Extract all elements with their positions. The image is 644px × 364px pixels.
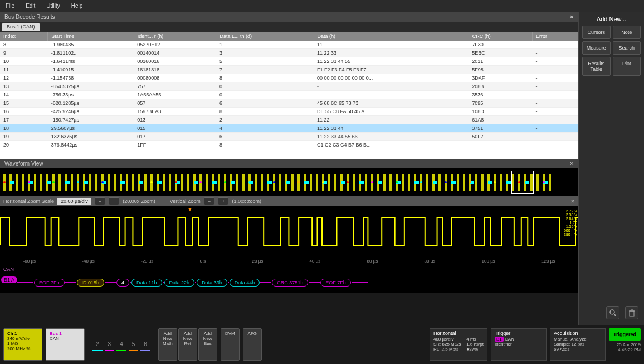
dvm-button[interactable]: DVM bbox=[221, 328, 240, 361]
cell: -1.980485... bbox=[48, 41, 134, 49]
decode-table[interactable]: IndexStart TimeIdent... r (h)Data L... t… bbox=[0, 32, 578, 159]
cell: 18 bbox=[0, 124, 48, 133]
decode-tab[interactable]: Bus 1 (CAN) bbox=[2, 23, 40, 31]
table-row[interactable]: 9-1.811102...00140014311 22 335EBC- bbox=[0, 49, 578, 57]
bus-box[interactable]: Bus 1 CAN bbox=[46, 328, 85, 361]
channel-6[interactable]: 6 bbox=[140, 339, 150, 351]
horizontal-info[interactable]: Horizontal 400 µs/div SR: 625 MS/s RL: 2… bbox=[430, 328, 487, 361]
svg-rect-61 bbox=[212, 181, 217, 184]
acquisition-info[interactable]: Acquisition Manual, Analyze Sample: 12 b… bbox=[550, 328, 606, 361]
trig-l1: CAN bbox=[505, 337, 514, 342]
col-header[interactable]: Ident... r (h) bbox=[134, 32, 216, 41]
cell: 7095 bbox=[469, 99, 532, 108]
menu-help[interactable]: Help bbox=[71, 3, 83, 9]
svg-rect-72 bbox=[255, 174, 257, 191]
btn-plot[interactable]: Plot bbox=[613, 57, 641, 76]
cell: 376.8442µs bbox=[48, 141, 134, 149]
channel-5[interactable]: 5 bbox=[129, 339, 139, 351]
cell: - bbox=[533, 141, 578, 149]
svg-rect-86 bbox=[310, 174, 312, 191]
svg-point-77 bbox=[273, 181, 275, 183]
close-icon[interactable]: ✕ bbox=[569, 14, 574, 20]
decode-lane-badge[interactable]: B1 A bbox=[1, 276, 17, 283]
svg-point-7 bbox=[3, 181, 6, 183]
svg-rect-123 bbox=[451, 181, 456, 184]
ch1-box[interactable]: Ch 1 340 mV/div 1 MΩ 200 MHz % bbox=[3, 328, 42, 361]
btn-results-table[interactable]: Results Table bbox=[582, 57, 611, 76]
hzoom-plus[interactable]: + bbox=[109, 197, 119, 205]
btn-search[interactable]: Search bbox=[613, 41, 641, 55]
menu-edit[interactable]: Edit bbox=[26, 3, 35, 9]
table-row[interactable]: 1829.5607µs015411 22 33 443751- bbox=[0, 124, 578, 133]
table-row[interactable]: 17-150.7427µs013211 2261A8- bbox=[0, 116, 578, 124]
cell: - bbox=[533, 99, 578, 108]
trigger-info[interactable]: Trigger B1 CAN Identifier bbox=[491, 328, 547, 361]
add-button[interactable]: AddNewRef bbox=[178, 328, 197, 361]
svg-rect-105 bbox=[383, 174, 386, 191]
svg-point-134 bbox=[494, 181, 496, 183]
svg-point-115 bbox=[420, 181, 422, 183]
col-header[interactable]: Error bbox=[533, 32, 578, 41]
btn-measure[interactable]: Measure bbox=[582, 41, 611, 55]
trash-icon[interactable] bbox=[625, 306, 638, 319]
menu-utility[interactable]: Utility bbox=[46, 3, 60, 9]
horiz-l3: RL: 2.5 Mpts bbox=[433, 347, 461, 352]
svg-point-83 bbox=[297, 181, 300, 183]
zoom-close-icon[interactable]: ✕ bbox=[570, 198, 575, 204]
cell: -620.1285µs bbox=[48, 99, 134, 108]
zoom-icon[interactable] bbox=[606, 306, 619, 319]
cell: - bbox=[533, 108, 578, 116]
cell: 11 22 33 44 bbox=[314, 124, 469, 133]
table-row[interactable]: 14-756.33µs1A55AA550-3536- bbox=[0, 91, 578, 99]
status-time: 4:45:22 PM bbox=[609, 347, 641, 352]
table-row[interactable]: 15-620.1285µs057645 68 6C 65 73 737095- bbox=[0, 99, 578, 108]
btn-cursors[interactable]: Cursors bbox=[582, 26, 611, 39]
waveform-overview[interactable] bbox=[0, 168, 578, 196]
table-row[interactable]: 16-425.9246µs1597BEA38DE 55 C8 FA 50 45 … bbox=[0, 108, 578, 116]
col-header[interactable]: Data L... th (d) bbox=[216, 32, 314, 41]
cell: -1.811102... bbox=[48, 49, 134, 57]
cell: - bbox=[469, 141, 532, 149]
vzoom-plus[interactable]: + bbox=[218, 197, 228, 205]
afg-button[interactable]: AFG bbox=[243, 328, 262, 361]
table-row[interactable]: 19132.6375µs017611 22 33 44 55 6650F7- bbox=[0, 133, 578, 141]
table-row[interactable]: 13-854.5325µs7570-208B- bbox=[0, 82, 578, 91]
col-header[interactable]: Index bbox=[0, 32, 48, 41]
add-button[interactable]: AddNewBus bbox=[198, 328, 217, 361]
ch1-label: Ch 1 bbox=[7, 331, 38, 336]
table-row[interactable]: 10-1.6411ms00160016511 22 33 44 552011- bbox=[0, 57, 578, 66]
col-header[interactable]: Data (h) bbox=[314, 32, 469, 41]
triggered-button[interactable]: Triggered bbox=[609, 328, 641, 341]
bus-label: Bus 1 bbox=[50, 331, 81, 336]
cell: DE 55 C8 FA 50 45 A... bbox=[314, 108, 469, 116]
cell: 8 bbox=[216, 141, 314, 149]
menu-file[interactable]: File bbox=[6, 3, 14, 9]
cell: 61A8 bbox=[469, 116, 532, 124]
svg-rect-11 bbox=[22, 174, 24, 191]
hzoom-minus[interactable]: − bbox=[95, 197, 105, 205]
table-row[interactable]: 12-1.15473800080008800 00 00 00 00 00 00… bbox=[0, 74, 578, 82]
cell: 16 bbox=[0, 108, 48, 116]
hzoom-value[interactable]: 20.00 µs/div bbox=[57, 198, 91, 205]
btn-note[interactable]: Note bbox=[613, 26, 641, 39]
cell: - bbox=[533, 133, 578, 141]
vzoom-minus[interactable]: − bbox=[204, 197, 214, 205]
cell: 108D bbox=[469, 108, 532, 116]
cell: - bbox=[533, 49, 578, 57]
waveform-main[interactable]: ▼ 2.72 V2.38 V2.04 V1.701.35 V600 mV380 … bbox=[0, 206, 578, 265]
channel-2[interactable]: 2 bbox=[92, 339, 103, 351]
add-button[interactable]: AddNewMath bbox=[158, 328, 177, 361]
cell: 13 bbox=[0, 82, 48, 91]
col-header[interactable]: CRC (h) bbox=[469, 32, 532, 41]
table-row[interactable]: 8-1.980485...05270E121117F30- bbox=[0, 41, 578, 49]
channel-4[interactable]: 4 bbox=[116, 339, 126, 351]
decode-crc: CRC:3751h bbox=[272, 279, 308, 287]
table-row[interactable]: 20376.8442µs1FF8C1 C2 C3 C4 B7 B6 B...-- bbox=[0, 141, 578, 149]
horiz-l1: 400 µs/div bbox=[433, 337, 461, 342]
col-header[interactable]: Start Time bbox=[48, 32, 134, 41]
table-row[interactable]: 11-1.410915...181818187F1 F2 F3 F4 F5 F6… bbox=[0, 66, 578, 74]
svg-rect-97 bbox=[353, 174, 355, 191]
overview-cursor[interactable] bbox=[511, 171, 534, 194]
channel-3[interactable]: 3 bbox=[105, 339, 115, 351]
waveform-close-icon[interactable]: ✕ bbox=[569, 161, 574, 167]
